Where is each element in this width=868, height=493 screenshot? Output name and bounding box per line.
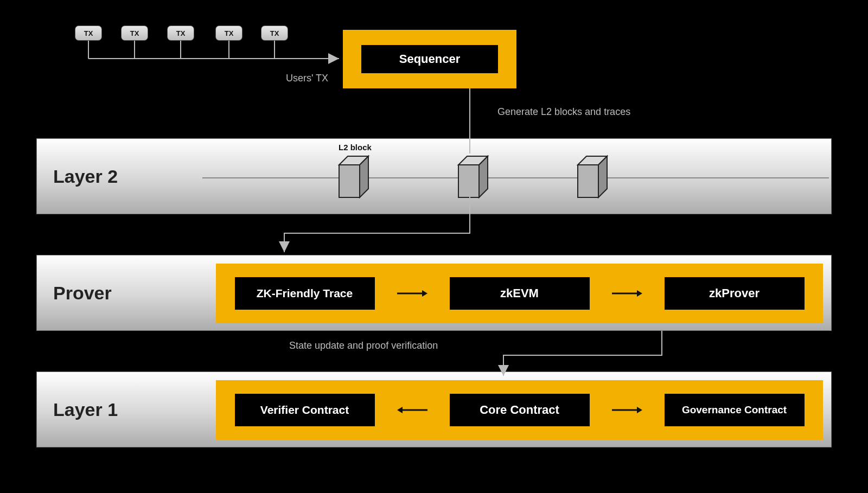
l2-block-cube	[333, 153, 378, 199]
layer2-section: Layer 2 L2 block	[36, 138, 832, 214]
layer1-inner: Verifier Contract Core Contract Governan…	[216, 380, 823, 440]
layer1-label: Layer 1	[53, 399, 118, 420]
svg-marker-17	[637, 407, 642, 413]
arrow-right-icon	[396, 288, 429, 299]
tx-pill: TX	[121, 25, 148, 41]
prover-inner: ZK-Friendly Trace zkEVM zkProver	[216, 264, 823, 323]
sequencer-block: Sequencer	[343, 30, 516, 88]
layer1-section: Layer 1 Verifier Contract Core Contract …	[36, 372, 832, 447]
svg-marker-1	[339, 165, 360, 197]
svg-marker-15	[397, 407, 403, 413]
prover-label: Prover	[53, 283, 112, 304]
sequencer-label: Sequencer	[361, 45, 498, 73]
tx-pill: TX	[167, 25, 194, 41]
core-contract-box: Core Contract	[450, 394, 590, 426]
tx-pill: TX	[75, 25, 102, 41]
prover-section: Prover ZK-Friendly Trace zkEVM zkProver	[36, 255, 832, 331]
tx-pill: TX	[215, 25, 242, 41]
l2-block-cube	[452, 153, 497, 199]
arrow-right-icon	[611, 288, 643, 299]
zk-trace-box: ZK-Friendly Trace	[235, 277, 375, 310]
svg-marker-11	[422, 290, 427, 297]
svg-marker-7	[578, 165, 598, 197]
state-update-caption: State update and proof verification	[289, 340, 438, 351]
tx-pill: TX	[261, 25, 288, 41]
arrow-left-icon	[396, 405, 429, 415]
zkprover-box: zkProver	[665, 277, 805, 310]
gen-blocks-caption: Generate L2 blocks and traces	[497, 106, 630, 118]
svg-marker-13	[637, 290, 642, 297]
verifier-contract-box: Verifier Contract	[235, 394, 375, 426]
zkevm-box: zkEVM	[450, 277, 590, 310]
governance-contract-box: Governance Contract	[665, 394, 805, 426]
arrow-right-icon	[611, 405, 643, 415]
users-tx-caption: Users' TX	[286, 73, 328, 84]
svg-marker-4	[458, 165, 479, 197]
l2-block-cube	[571, 153, 617, 199]
